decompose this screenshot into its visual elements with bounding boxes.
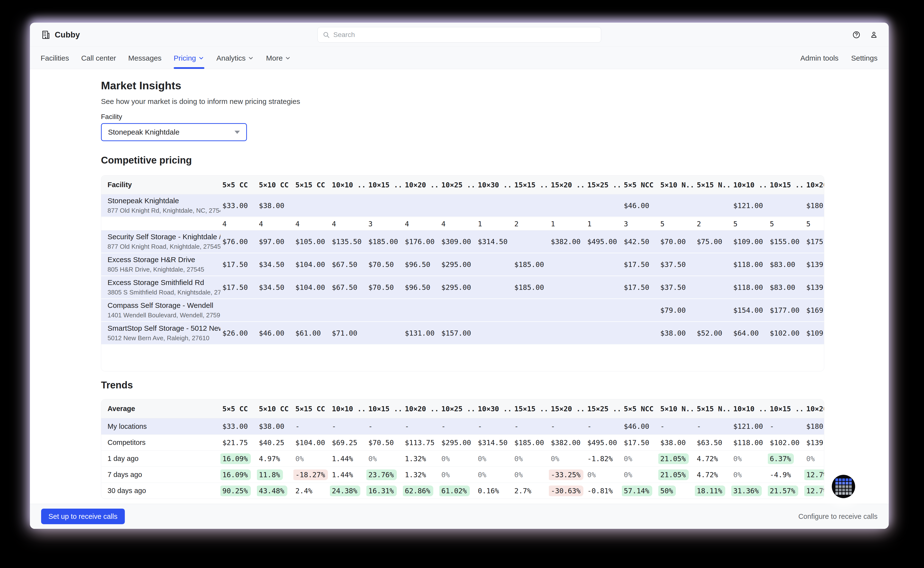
column-header: 10×15 ...	[768, 181, 804, 189]
trend-percent-cell: 24.38%	[330, 485, 366, 496]
building-icon	[41, 30, 50, 39]
unit-count-cell: 5	[804, 220, 824, 228]
nav-item-messages[interactable]: Messages	[128, 47, 161, 69]
trend-percent-cell: 4.72%	[695, 471, 731, 479]
search-input[interactable]	[333, 31, 596, 39]
unit-count-cell: 1	[549, 220, 585, 228]
percent-change-badge: 0%	[587, 471, 596, 479]
percent-change-badge: 16.09%	[220, 453, 251, 464]
facility-address: 3805 S Smithfield Road, Knightsdale, 275…	[107, 289, 220, 296]
percent-change-badge: 12.7%	[804, 485, 824, 496]
price-cell: $70.00	[658, 237, 695, 246]
trend-percent-cell: 12.7%	[804, 470, 824, 480]
nav-tabs: FacilitiesCall centerMessagesPricingAnal…	[41, 47, 291, 69]
average-price-cell: $17.50	[622, 438, 658, 447]
percent-change-badge: 0%	[551, 455, 559, 463]
column-header: 5×5 CC	[220, 181, 257, 189]
column-header: 5×15 CC	[293, 181, 330, 189]
price-cell: $83.00	[768, 260, 804, 269]
price-cell: $46.00	[622, 201, 658, 210]
price-cell: $46.00	[257, 329, 293, 337]
percent-change-badge: 31.36%	[731, 485, 762, 496]
percent-change-badge: 0%	[624, 455, 632, 463]
facility-row[interactable]: Stonepeak Knightdale877 Old Knight Rd, K…	[101, 195, 824, 217]
trend-percent-cell: 11.8%	[257, 470, 293, 480]
app-logo[interactable]: Cubby	[41, 30, 80, 39]
average-price-cell: $314.50	[476, 438, 512, 447]
percent-change-badge: 1.44%	[332, 471, 353, 479]
percent-change-badge: 0.16%	[478, 487, 499, 495]
price-cell: $17.50	[220, 260, 257, 269]
average-price-cell: -	[403, 422, 439, 431]
column-header: 5×15 N...	[695, 181, 731, 189]
configure-receive-calls-link[interactable]: Configure to receive calls	[798, 512, 877, 521]
facility-address: 5012 New Bern Ave, Raleigh, 27610	[107, 334, 220, 342]
nav-item-admin-tools[interactable]: Admin tools	[800, 54, 839, 62]
percent-change-badge: 16.09%	[220, 470, 251, 480]
trend-percent-cell: 1.44%	[330, 455, 366, 463]
search-bar[interactable]	[318, 27, 601, 42]
trends-title: Trends	[101, 380, 133, 391]
nav-item-facilities[interactable]: Facilities	[41, 47, 69, 69]
trend-percent-cell: 0%	[549, 455, 585, 463]
average-price-cell: $102.00	[768, 438, 804, 447]
percent-change-badge: 61.02%	[439, 485, 470, 496]
percent-change-badge: 0%	[441, 455, 450, 463]
trend-percent-cell: -30.63%	[549, 485, 585, 496]
trend-money-row: My locations$33.00$38.00---------$46.00-…	[101, 418, 824, 434]
quick-actions-fab[interactable]	[832, 475, 855, 498]
average-price-cell: $185.00	[512, 438, 549, 447]
price-cell: $175.00	[804, 237, 824, 246]
facility-address: 877 Old Knight Road, Knightdale, 27545	[107, 243, 220, 251]
price-cell: $309.00	[439, 237, 476, 246]
header-actions	[852, 23, 878, 47]
trend-percent-cell: 2.4%	[293, 487, 330, 495]
percent-change-badge: 11.8%	[257, 470, 283, 480]
percent-change-badge: 0%	[806, 455, 815, 463]
average-price-cell: -	[585, 422, 622, 431]
unit-count-cell: 4	[257, 220, 293, 228]
facility-row[interactable]: Excess Storage H&R Drive805 H&R Drive, K…	[101, 253, 824, 276]
facility-select[interactable]: Stonepeak Knightdale	[101, 123, 247, 141]
facility-row[interactable]: SmartStop Self Storage - 5012 New5012 Ne…	[101, 322, 824, 345]
percent-change-badge: 0%	[514, 455, 523, 463]
table-header-row: Average5×5 CC5×10 CC5×15 CC10×10 ...10×1…	[101, 399, 824, 418]
help-icon[interactable]	[852, 31, 861, 39]
column-header: 10×25 ...	[439, 405, 476, 413]
trend-percent-cell: 4.97%	[257, 455, 293, 463]
nav-item-more[interactable]: More	[266, 47, 291, 69]
nav-item-settings[interactable]: Settings	[851, 54, 877, 62]
trend-percent-cell: 1.44%	[330, 471, 366, 479]
price-cell: $75.00	[695, 237, 731, 246]
price-cell: $34.50	[257, 260, 293, 269]
price-cell: $37.50	[658, 260, 695, 269]
facility-row[interactable]: Excess Storage Smithfield Rd3805 S Smith…	[101, 276, 824, 299]
average-price-cell: $118.00	[731, 438, 768, 447]
percent-change-badge: -33.25%	[549, 470, 583, 480]
price-cell: $295.00	[439, 283, 476, 292]
facility-row[interactable]: Compass Self Storage - Wendell1401 Wende…	[101, 299, 824, 322]
facility-row[interactable]: Security Self Storage - Knightdale / V87…	[101, 230, 824, 253]
percent-change-badge: 21.05%	[658, 470, 689, 480]
average-price-cell: $33.00	[220, 422, 257, 431]
column-header: 10×10 ...	[731, 181, 768, 189]
percent-change-badge: 0%	[478, 471, 486, 479]
trend-percent-cell: 1.32%	[403, 471, 439, 479]
nav-item-call-center[interactable]: Call center	[81, 47, 116, 69]
price-cell: $83.00	[768, 283, 804, 292]
setup-receive-calls-button[interactable]: Set up to receive calls	[41, 509, 125, 524]
trend-percent-cell: 0%	[439, 455, 476, 463]
price-cell: $34.50	[257, 283, 293, 292]
average-price-cell: -	[695, 422, 731, 431]
price-cell: $155.00	[768, 237, 804, 246]
nav-item-pricing[interactable]: Pricing	[174, 47, 204, 69]
percent-change-badge: 4.97%	[259, 455, 280, 463]
profile-icon[interactable]	[870, 31, 878, 39]
nav-item-analytics[interactable]: Analytics	[217, 47, 254, 69]
trend-percent-row: 30 days ago90.25%43.48%2.4%24.38%16.31%6…	[101, 483, 824, 499]
average-price-cell: $295.00	[439, 438, 476, 447]
trend-percent-cell: 0%	[804, 455, 824, 463]
trend-percent-cell: 21.05%	[658, 470, 695, 480]
price-cell: $177.00	[768, 306, 804, 314]
average-price-cell: $38.00	[257, 422, 293, 431]
